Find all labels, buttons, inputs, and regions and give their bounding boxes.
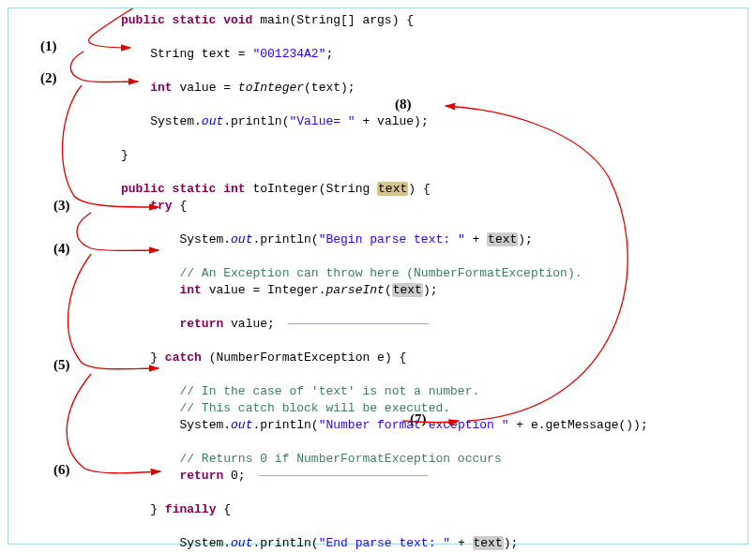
code-line [121,434,748,451]
code-line: } catch (NumberFormatException e) { [121,350,748,366]
code-line [121,485,748,501]
code-line [121,63,748,80]
code-line [121,333,748,350]
code-line [121,97,748,113]
code-line: } finally { [121,501,748,518]
code-line: public static void main(String[] args) { [121,12,748,29]
code-line: // In the case of 'text' is not a number… [121,383,748,400]
flow-line-return-zero [259,475,428,476]
code-line [121,366,748,383]
code-block: public static void main(String[] args) {… [8,12,748,552]
code-line: int value = Integer.parseInt(text); [121,282,748,299]
code-line: // An Exception can throw here (NumberFo… [121,265,748,282]
code-line: // This catch block will be executed. [121,400,748,417]
code-line [121,248,748,265]
code-line [121,215,748,231]
code-line [121,299,748,316]
code-line: try { [121,198,748,215]
code-line: return 0; [121,468,748,485]
code-line: System.out.println("Number format except… [121,417,748,434]
code-line: System.out.println("Begin parse text: " … [121,231,748,248]
flow-line-return-value [288,323,429,324]
code-line: System.out.println("Value= " + value); [121,113,748,130]
code-frame: (1) (2) (3) (4) (5) (6) (7) (8) public s… [8,7,748,545]
code-line: public static int toInteger(String text)… [121,181,748,198]
code-line [121,29,748,46]
code-line [121,518,748,535]
code-line: int value = toInteger(text); [121,80,748,97]
code-line: // Returns 0 if NumberFormatException oc… [121,451,748,468]
code-line: String text = "001234A2"; [121,46,748,63]
code-line: } [121,147,748,164]
code-line [121,130,748,147]
code-line: System.out.println("End parse text: " + … [121,535,748,552]
code-line [121,164,748,181]
code-line: return value; [121,316,748,333]
